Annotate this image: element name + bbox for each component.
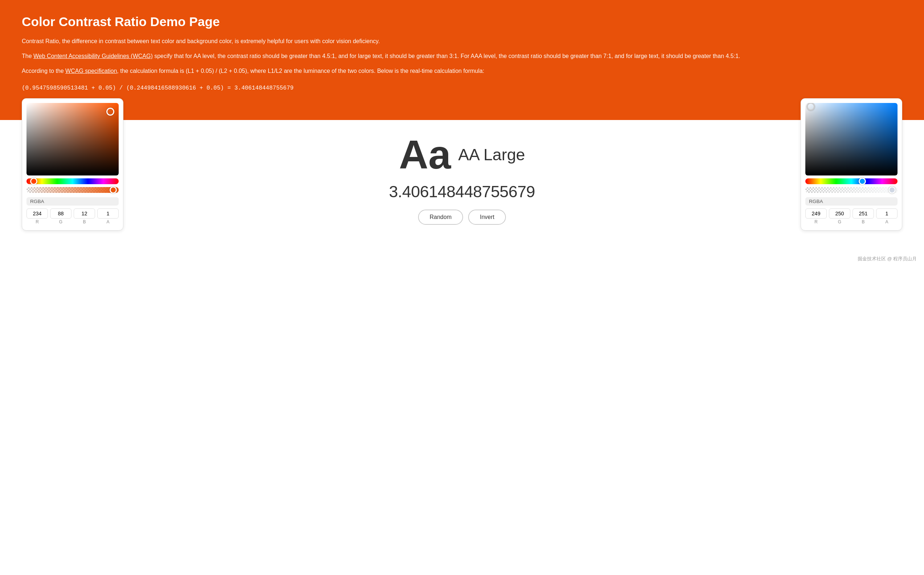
left-a-input[interactable]	[97, 208, 119, 219]
left-g-label: G	[59, 219, 62, 224]
right-a-input[interactable]	[876, 208, 897, 219]
right-r-label: R	[814, 219, 818, 224]
wcag-spec-link[interactable]: WCAG specification	[65, 68, 117, 74]
right-color-picker: RGBA R G B A	[801, 98, 902, 230]
bottom-section: RGBA R G B A Aa AA Large 3.406	[0, 120, 924, 253]
description-1: Contrast Ratio, the difference in contra…	[22, 36, 902, 46]
right-alpha-overlay	[805, 187, 897, 193]
left-rgba-label: RGBA	[27, 197, 119, 206]
left-color-canvas[interactable]	[27, 103, 119, 175]
invert-button[interactable]: Invert	[468, 210, 506, 225]
left-alpha-overlay	[27, 187, 119, 193]
right-a-group: A	[876, 208, 897, 224]
desc3-prefix: According to the	[22, 68, 65, 74]
left-r-label: R	[35, 219, 39, 224]
right-hue-slider[interactable]	[805, 178, 897, 184]
left-rgba-inputs: R G B A	[27, 208, 119, 224]
left-b-label: B	[83, 219, 86, 224]
footer-text: 掘金技术社区 @ 程序员山月	[857, 256, 917, 261]
aa-display: Aa AA Large	[399, 135, 525, 175]
center-panel: Aa AA Large 3.406148448755679 Random Inv…	[123, 120, 801, 225]
left-r-input[interactable]	[27, 208, 48, 219]
left-hue-slider[interactable]	[27, 178, 119, 184]
aa-badge: AA Large	[458, 145, 525, 164]
footer: 掘金技术社区 @ 程序员山月	[0, 253, 924, 266]
right-b-input[interactable]	[852, 208, 874, 219]
contrast-ratio-value: 3.406148448755679	[389, 183, 535, 201]
random-button[interactable]: Random	[418, 210, 463, 225]
right-a-label: A	[885, 219, 888, 224]
right-hue-handle	[859, 178, 866, 185]
left-a-group: A	[97, 208, 119, 224]
left-color-picker: RGBA R G B A	[22, 98, 123, 230]
left-r-group: R	[27, 208, 48, 224]
desc2-prefix: The	[22, 53, 33, 59]
description-2: The Web Content Accessibility Guidelines…	[22, 51, 902, 61]
left-a-label: A	[106, 219, 109, 224]
right-g-label: G	[838, 219, 841, 224]
right-rgba-label: RGBA	[805, 197, 897, 206]
left-g-input[interactable]	[50, 208, 72, 219]
wcag-link[interactable]: Web Content Accessibility Guidelines (WC…	[33, 53, 153, 59]
right-g-group: G	[829, 208, 850, 224]
left-g-group: G	[50, 208, 72, 224]
description-3: According to the WCAG specification, the…	[22, 66, 902, 76]
left-hue-handle	[30, 178, 37, 185]
formula-text: (0.9547598590513481 + 0.05) / (0.2449841…	[22, 83, 902, 93]
description-block: Contrast Ratio, the difference in contra…	[22, 36, 902, 93]
right-rgba-inputs: R G B A	[805, 208, 897, 224]
left-canvas-wrapper[interactable]	[27, 103, 119, 175]
page-title: Color Contrast Ratio Demo Page	[22, 14, 902, 29]
formula-display: (0.9547598590513481 + 0.05) / (0.2449841…	[22, 83, 902, 93]
top-section: Color Contrast Ratio Demo Page Contrast …	[0, 0, 924, 120]
right-b-group: B	[852, 208, 874, 224]
action-buttons: Random Invert	[418, 210, 506, 225]
right-r-input[interactable]	[805, 208, 827, 219]
desc3-suffix: , the calculation formula is (L1 + 0.05)…	[117, 68, 484, 74]
right-alpha-slider[interactable]	[805, 187, 897, 193]
right-canvas-wrapper[interactable]	[805, 103, 897, 175]
right-r-group: R	[805, 208, 827, 224]
left-alpha-slider[interactable]	[27, 187, 119, 193]
right-g-input[interactable]	[829, 208, 850, 219]
right-b-label: B	[862, 219, 865, 224]
desc2-suffix: specify that for AA level, the contrast …	[153, 53, 740, 59]
sample-text: Aa	[399, 135, 451, 175]
right-color-canvas[interactable]	[805, 103, 897, 175]
left-b-input[interactable]	[74, 208, 95, 219]
left-b-group: B	[74, 208, 95, 224]
